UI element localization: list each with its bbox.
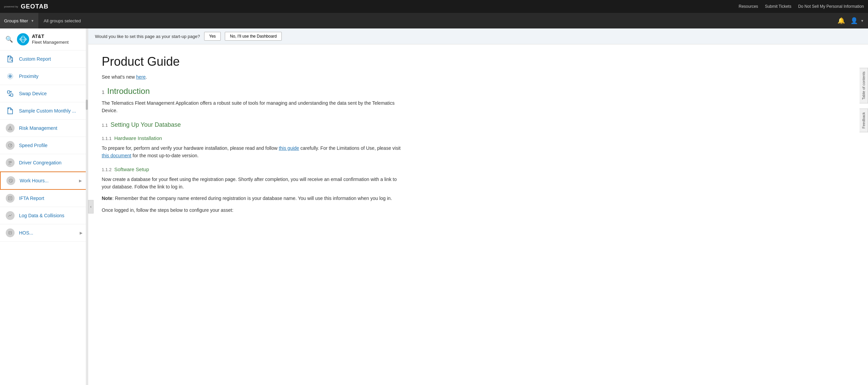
yes-button[interactable]: Yes xyxy=(204,32,221,41)
collapse-sidebar-button[interactable]: ‹ xyxy=(88,200,94,214)
ifta-report-icon xyxy=(5,194,15,203)
sidebar-item-hos[interactable]: HOS... ▶ xyxy=(0,224,88,242)
section-1-1-title: Setting Up Your Database xyxy=(111,121,181,128)
sidebar-item-risk-management[interactable]: Risk Management xyxy=(0,120,88,137)
sidebar-item-log-data-collisions[interactable]: Log Data & Collisions xyxy=(0,207,88,224)
sidebar-item-driver-congregation[interactable]: Driver Congregation xyxy=(0,154,88,171)
groups-bar: Groups filter ▼ All groups selected 🔔 👤 … xyxy=(0,13,868,28)
section-1-1-2-header: 1.1.2 Software Setup xyxy=(102,166,407,172)
intro-text: See what's new here. xyxy=(102,74,407,80)
sidebar-item-proximity-label: Proximity xyxy=(19,74,82,79)
svg-rect-23 xyxy=(9,231,12,234)
product-guide: Product Guide See what's new here. 1 Int… xyxy=(102,55,407,214)
sidebar-scrollbar[interactable] xyxy=(86,28,88,385)
proximity-icon xyxy=(5,72,15,81)
groups-filter-button[interactable]: Groups filter ▼ xyxy=(0,13,38,28)
svg-rect-4 xyxy=(8,56,9,57)
svg-rect-9 xyxy=(7,91,10,93)
sidebar-item-swap-device[interactable]: Swap Device xyxy=(0,85,88,102)
main-layout: 🔍 AT&T Fleet Management xyxy=(0,28,868,385)
hos-icon xyxy=(5,228,15,238)
sidebar-scroll-thumb xyxy=(86,100,88,110)
sidebar-item-ifta-report-label: IFTA Report xyxy=(19,196,82,201)
sidebar-item-proximity[interactable]: Proximity xyxy=(0,68,88,85)
sidebar-item-speed-profile-label: Speed Profile xyxy=(19,143,82,148)
section-1-body: The Telematics Fleet Management Applicat… xyxy=(102,99,407,115)
user-avatar-icon: 👤 xyxy=(850,17,858,24)
sidebar-header: 🔍 AT&T Fleet Management xyxy=(0,28,88,50)
sample-custom-monthly-icon xyxy=(5,106,15,116)
top-bar-right: Resources Submit Tickets Do Not Sell My … xyxy=(739,4,864,9)
content-area: Would you like to set this page as your … xyxy=(88,28,868,385)
sidebar-item-driver-congregation-label: Driver Congregation xyxy=(19,160,82,165)
section-1-1-2-note: Note: Remember that the company name ent… xyxy=(102,195,407,202)
sidebar-item-work-hours[interactable]: Work Hours... ▶ xyxy=(0,171,88,190)
feedback-tab[interactable]: Feedback xyxy=(860,108,868,132)
collapse-icon: ‹ xyxy=(90,204,92,209)
sidebar-item-speed-profile[interactable]: Speed Profile xyxy=(0,137,88,154)
speed-profile-icon xyxy=(5,141,15,150)
search-icon[interactable]: 🔍 xyxy=(5,36,13,43)
brand-logo: AT&T Fleet Management xyxy=(17,33,68,45)
content-scroll[interactable]: Product Guide See what's new here. 1 Int… xyxy=(88,44,868,385)
table-of-contents-tab[interactable]: Table of contents xyxy=(860,68,868,103)
resources-link[interactable]: Resources xyxy=(739,4,758,9)
no-dashboard-button[interactable]: No, I'll use the Dashboard xyxy=(225,32,282,41)
sidebar-item-hos-label: HOS... xyxy=(19,230,80,236)
section-1-1-2-title: Software Setup xyxy=(114,166,149,172)
svg-point-17 xyxy=(10,161,12,163)
svg-point-13 xyxy=(10,129,10,129)
svg-rect-11 xyxy=(8,108,9,109)
top-nav-bar: powered by GEOTAB Resources Submit Ticke… xyxy=(0,0,868,13)
work-hours-icon xyxy=(6,176,16,185)
custom-report-icon xyxy=(5,54,15,64)
notifications-icon[interactable]: 🔔 xyxy=(837,17,845,24)
section-1-1-2-body: Now create a database for your fleet usi… xyxy=(102,176,407,191)
driver-congregation-icon xyxy=(5,158,15,167)
section-1-1-num: 1.1 xyxy=(102,123,108,128)
sidebar-item-swap-device-label: Swap Device xyxy=(19,91,82,96)
risk-management-icon xyxy=(5,123,15,133)
sidebar: 🔍 AT&T Fleet Management xyxy=(0,28,88,385)
sidebar-item-work-hours-label: Work Hours... xyxy=(20,178,79,183)
svg-rect-5 xyxy=(11,60,13,61)
this-document-link[interactable]: this document xyxy=(102,153,131,158)
svg-point-15 xyxy=(10,145,11,146)
svg-point-16 xyxy=(9,161,10,163)
startup-banner: Would you like to set this page as your … xyxy=(88,28,868,44)
powered-label: powered by xyxy=(4,5,18,8)
work-hours-arrow-icon: ▶ xyxy=(79,179,82,183)
this-guide-link[interactable]: this guide xyxy=(279,145,299,151)
section-1-1-1-title: Hardware Installation xyxy=(114,135,162,141)
top-bar-left: powered by GEOTAB xyxy=(4,3,48,10)
groups-filter-chevron-icon: ▼ xyxy=(31,19,34,23)
user-dropdown[interactable]: 👤 ▼ xyxy=(850,17,864,24)
startup-question: Would you like to set this page as your … xyxy=(95,34,200,39)
product-guide-title: Product Guide xyxy=(102,55,407,69)
geotab-logo: GEOTAB xyxy=(21,3,48,10)
powered-by-block: powered by xyxy=(4,5,18,8)
here-link[interactable]: here xyxy=(136,74,146,80)
swap-device-icon xyxy=(5,89,15,98)
submit-tickets-link[interactable]: Submit Tickets xyxy=(765,4,791,9)
svg-point-8 xyxy=(9,76,11,77)
groups-filter-label: Groups filter xyxy=(4,18,28,23)
do-not-sell-link[interactable]: Do Not Sell My Personal Information xyxy=(798,4,864,9)
svg-rect-10 xyxy=(11,94,13,96)
sidebar-item-ifta-report[interactable]: IFTA Report xyxy=(0,190,88,207)
section-1-1-1-num: 1.1.1 xyxy=(102,136,112,141)
sidebar-item-log-data-collisions-label: Log Data & Collisions xyxy=(19,213,82,218)
sidebar-item-risk-management-label: Risk Management xyxy=(19,125,82,131)
section-1-1-header: 1.1 Setting Up Your Database xyxy=(102,121,407,128)
groups-bar-right: 🔔 👤 ▼ xyxy=(837,17,868,24)
sidebar-item-sample-custom-monthly[interactable]: Sample Custom Monthly ... xyxy=(0,102,88,120)
section-1-num: 1 xyxy=(102,89,104,95)
sidebar-item-custom-report[interactable]: Custom Report xyxy=(0,50,88,68)
sidebar-item-sample-custom-monthly-label: Sample Custom Monthly ... xyxy=(19,108,82,114)
hos-arrow-icon: ▶ xyxy=(80,231,82,235)
att-logo-icon xyxy=(17,33,29,45)
section-1-1-2-num: 1.1.2 xyxy=(102,167,112,172)
section-1-1-1-body: To prepare for, perform and verify your … xyxy=(102,144,407,160)
section-1-title: Introduction xyxy=(107,86,150,96)
sidebar-item-custom-report-label: Custom Report xyxy=(19,56,82,62)
